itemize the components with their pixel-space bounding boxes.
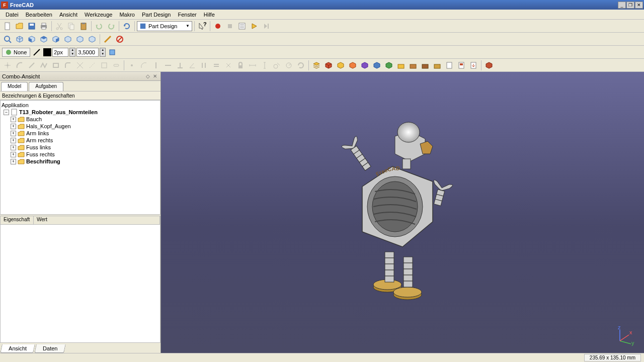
macro-step-button[interactable] xyxy=(261,21,272,32)
draft-value-input[interactable] xyxy=(76,48,99,57)
draft-value-spinner[interactable]: ▲▼ xyxy=(100,48,106,57)
expander-icon[interactable]: + xyxy=(11,145,16,150)
constraint-lock-icon[interactable] xyxy=(235,60,246,71)
constraint-vertical-icon[interactable] xyxy=(150,60,162,71)
tab-aufgaben[interactable]: Aufgaben xyxy=(29,82,63,91)
menu-ansicht[interactable]: Ansicht xyxy=(56,11,81,19)
expander-icon[interactable]: + xyxy=(11,124,16,129)
tree-item[interactable]: +Hals_Kopf_Augen xyxy=(2,123,159,130)
macro-list-button[interactable] xyxy=(236,21,248,32)
part-pocket-icon[interactable] xyxy=(347,60,358,71)
panel-close-button[interactable]: ✕ xyxy=(151,73,158,80)
part-mirror-icon[interactable] xyxy=(420,60,431,71)
tree-item[interactable]: +Arm rechts xyxy=(2,137,159,144)
sketch-construction-icon[interactable] xyxy=(87,60,98,71)
sketch-line-icon[interactable] xyxy=(26,60,37,71)
constraint-equal-icon[interactable] xyxy=(211,60,222,71)
expander-icon[interactable]: + xyxy=(11,117,16,122)
sketch-fillet-icon[interactable] xyxy=(62,60,73,71)
constraint-refresh-icon[interactable] xyxy=(295,60,306,71)
close-button[interactable]: ✕ xyxy=(635,2,643,9)
constraint-angle-icon[interactable] xyxy=(187,60,198,71)
sketch-arc-icon[interactable] xyxy=(14,60,25,71)
constraint-perpendicular-icon[interactable] xyxy=(175,60,186,71)
constraint-mode-button[interactable]: None xyxy=(2,48,30,57)
expander-icon[interactable]: + xyxy=(11,138,16,143)
part-fillet-icon[interactable] xyxy=(395,60,407,71)
sketch-origin-icon[interactable] xyxy=(2,60,13,71)
constraint-point-icon[interactable] xyxy=(126,60,137,71)
view-left-button[interactable] xyxy=(87,34,98,45)
constraint-tangent-icon[interactable] xyxy=(271,60,282,71)
menu-bearbeiten[interactable]: Bearbeiten xyxy=(22,11,56,19)
minimize-button[interactable]: _ xyxy=(618,2,626,9)
tab-ansicht[interactable]: Ansicht xyxy=(0,344,35,353)
menu-makro[interactable]: Makro xyxy=(116,11,138,19)
view-iso-button[interactable] xyxy=(14,34,25,45)
tree-item[interactable]: +Arm links xyxy=(2,130,159,137)
view-front-button[interactable] xyxy=(26,34,37,45)
save-file-button[interactable] xyxy=(26,21,37,32)
cut-button[interactable] xyxy=(54,21,65,32)
undo-button[interactable] xyxy=(94,21,105,32)
tree-item[interactable]: +Fuss rechts xyxy=(2,151,159,158)
expander-icon[interactable]: + xyxy=(11,159,16,164)
part-groove-icon[interactable] xyxy=(371,60,382,71)
expander-icon[interactable]: − xyxy=(4,110,9,115)
sketch-slot-icon[interactable] xyxy=(111,60,122,71)
view-top-button[interactable] xyxy=(38,34,49,45)
constraint-vdist-icon[interactable] xyxy=(259,60,270,71)
menu-hilfe[interactable]: Hilfe xyxy=(200,11,218,19)
part-revolve-icon[interactable] xyxy=(359,60,370,71)
paste-button[interactable] xyxy=(78,21,89,32)
refresh-button[interactable] xyxy=(121,21,132,32)
new-file-button[interactable] xyxy=(2,21,13,32)
print-button[interactable] xyxy=(38,21,49,32)
panel-float-button[interactable]: ◇ xyxy=(144,73,151,80)
sketch-rect-icon[interactable] xyxy=(50,60,61,71)
constraint-symmetric-icon[interactable] xyxy=(223,60,234,71)
property-body[interactable] xyxy=(0,225,160,343)
tree-item[interactable]: +Beschriftung xyxy=(2,158,159,165)
tree-doc[interactable]: − T13_Roboter_aus_Normteilen xyxy=(2,109,159,116)
3d-viewport[interactable]: FreeCAD z y x xyxy=(161,72,644,353)
measure-button[interactable] xyxy=(102,34,113,45)
tab-model[interactable]: Model xyxy=(1,82,28,91)
part-page2-icon[interactable] xyxy=(456,60,467,71)
line-color-button[interactable] xyxy=(31,47,42,58)
view-back-button[interactable] xyxy=(62,34,73,45)
menu-partdesign[interactable]: Part Design xyxy=(138,11,174,19)
sketch-polyline-icon[interactable] xyxy=(38,60,49,71)
menu-werkzeuge[interactable]: Werkzeuge xyxy=(81,11,116,19)
constraint-radius-icon[interactable] xyxy=(283,60,294,71)
redo-button[interactable] xyxy=(106,21,117,32)
part-pad-icon[interactable] xyxy=(335,60,346,71)
restore-button[interactable]: ❐ xyxy=(626,2,634,9)
expander-icon[interactable]: + xyxy=(11,131,16,136)
open-file-button[interactable] xyxy=(14,21,25,32)
workbench-selector[interactable]: Part Design ▼ xyxy=(137,21,192,31)
fit-all-button[interactable] xyxy=(2,34,13,45)
part-draft-icon[interactable] xyxy=(408,60,419,71)
sketch-external-icon[interactable] xyxy=(99,60,110,71)
part-pattern-icon[interactable] xyxy=(432,60,443,71)
part-export-icon[interactable] xyxy=(468,60,479,71)
constraint-parallel-icon[interactable] xyxy=(199,60,210,71)
linewidth-spinner[interactable]: ▲▼ xyxy=(69,48,75,57)
tree-item[interactable]: +Fuss links xyxy=(2,144,159,151)
macro-run-button[interactable] xyxy=(249,21,260,32)
menu-fenster[interactable]: Fenster xyxy=(174,11,200,19)
part-chamfer-icon[interactable] xyxy=(383,60,394,71)
whatsthis-button[interactable]: ? xyxy=(197,21,208,32)
constraint-coincident-icon[interactable] xyxy=(138,60,149,71)
linewidth-input[interactable] xyxy=(52,48,68,57)
tree-item[interactable]: +Bauch xyxy=(2,116,159,123)
part-box-icon[interactable] xyxy=(323,60,334,71)
model-tree[interactable]: Applikation − T13_Roboter_aus_Normteilen… xyxy=(0,100,160,215)
part-cube-icon[interactable] xyxy=(484,60,495,71)
copy-button[interactable] xyxy=(66,21,77,32)
tab-daten[interactable]: Daten xyxy=(34,344,66,353)
constraint-horizontal-icon[interactable] xyxy=(163,60,174,71)
apply-style-button[interactable] xyxy=(107,47,118,58)
part-layers-icon[interactable] xyxy=(311,60,322,71)
